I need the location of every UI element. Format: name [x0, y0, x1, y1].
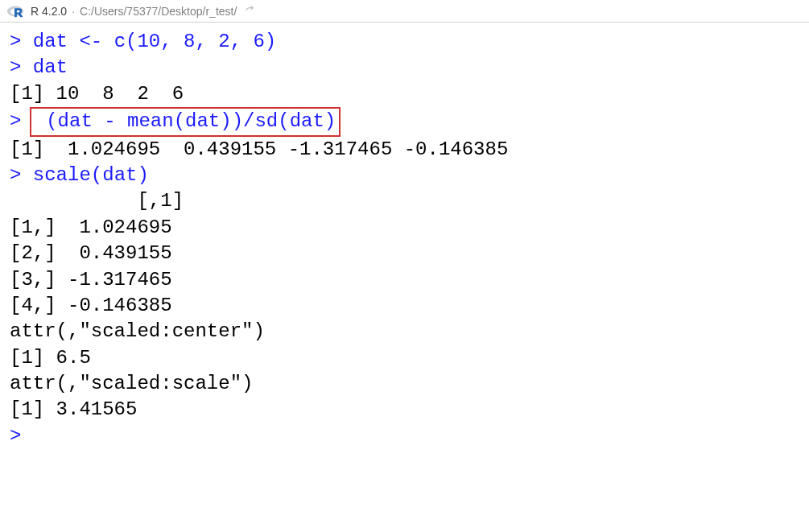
header-info: R 4.2.0 · C:/Users/75377/Desktop/r_test/ [31, 4, 256, 18]
prompt: > [10, 164, 33, 186]
output-text: [1] 3.41565 [10, 398, 137, 420]
prompt: > [10, 425, 33, 447]
output-text: [1] 6.5 [10, 347, 91, 369]
prompt: > [10, 56, 33, 78]
console-line: attr(,"scaled:scale") [10, 371, 799, 397]
r-logo-icon [6, 4, 24, 19]
console-line: > dat [10, 55, 799, 80]
console-line: > (dat - mean(dat))/sd(dat) [10, 107, 799, 136]
console-line: [1] 10 8 2 6 [10, 81, 799, 107]
output-text: [3,] -1.317465 [10, 269, 172, 291]
console-line: attr(,"scaled:center") [10, 319, 799, 344]
console-line: > scale(dat) [10, 163, 799, 188]
input-text: scale(dat) [33, 164, 149, 186]
output-text: [1] 1.024695 0.439155 -1.317465 -0.14638… [10, 138, 508, 160]
output-text: [1] 10 8 2 6 [10, 83, 184, 105]
working-directory: C:/Users/75377/Desktop/r_test/ [80, 5, 237, 18]
output-text: [2,] 0.439155 [10, 242, 172, 264]
input-text: dat <- c(10, 8, 2, 6) [33, 31, 276, 52]
output-text: [4,] -0.146385 [10, 295, 172, 316]
console-line: > dat <- c(10, 8, 2, 6) [10, 29, 799, 55]
output-text: [,1] [10, 190, 184, 212]
console-line: [4,] -0.146385 [10, 293, 799, 319]
console-line: [1] 6.5 [10, 345, 799, 371]
prompt: > [10, 110, 21, 132]
input-text: (dat - mean(dat))/sd(dat) [35, 110, 336, 132]
console-line: [2,] 0.439155 [10, 241, 799, 266]
console-line: [3,] -1.317465 [10, 267, 799, 293]
console-line: > [10, 423, 799, 449]
console-line: [1,] 1.024695 [10, 215, 799, 241]
highlighted-command: (dat - mean(dat))/sd(dat) [30, 107, 341, 136]
input-text: dat [33, 56, 68, 78]
r-console[interactable]: > dat <- c(10, 8, 2, 6)> dat[1] 10 8 2 6… [0, 23, 809, 456]
console-line: [1] 1.024695 0.439155 -1.317465 -0.14638… [10, 137, 799, 163]
console-line: [1] 3.41565 [10, 397, 799, 423]
console-line: [,1] [10, 188, 799, 214]
output-text: attr(,"scaled:scale") [10, 373, 253, 394]
r-version: R 4.2.0 [31, 5, 67, 18]
console-header: R 4.2.0 · C:/Users/75377/Desktop/r_test/ [0, 0, 809, 23]
output-text: attr(,"scaled:center") [10, 320, 265, 342]
share-arrow-icon[interactable] [245, 4, 256, 18]
prompt: > [10, 31, 33, 52]
separator-dot: · [72, 5, 75, 18]
output-text: [1,] 1.024695 [10, 217, 172, 238]
